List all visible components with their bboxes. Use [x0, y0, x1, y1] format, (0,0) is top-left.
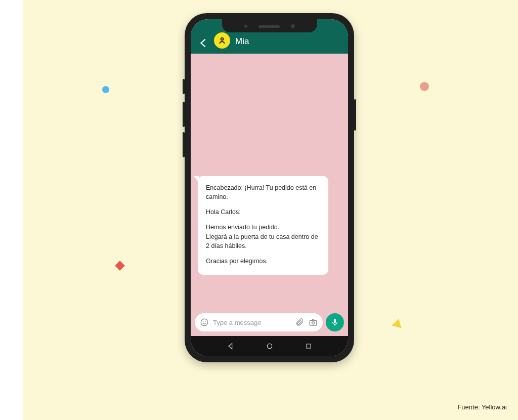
square-icon	[305, 343, 312, 350]
svg-point-8	[267, 344, 272, 348]
nav-back-button[interactable]	[226, 342, 235, 351]
message-body-line2: Llegará a la puerta de tu casa dentro de…	[206, 233, 318, 249]
smile-icon	[200, 318, 209, 327]
phone-notch	[222, 19, 317, 32]
person-icon	[218, 36, 227, 45]
svg-point-0	[221, 38, 224, 40]
front-camera-icon	[291, 24, 295, 28]
decor-triangle-yellow	[392, 318, 403, 328]
canvas: Mia Encabezado: ¡Hurra! Tu pedido está e…	[0, 0, 518, 420]
nav-home-button[interactable]	[265, 342, 274, 351]
back-button[interactable]	[198, 37, 209, 49]
android-navbar	[191, 336, 348, 356]
source-credit: Fuente: Yellow.ai	[457, 403, 507, 411]
svg-rect-6	[334, 319, 336, 323]
svg-point-5	[312, 322, 315, 324]
input-row: Type a message	[191, 312, 348, 336]
svg-point-1	[201, 319, 208, 326]
paperclip-icon	[295, 318, 305, 327]
phone-volume-up-button	[183, 102, 185, 127]
phone-frame: Mia Encabezado: ¡Hurra! Tu pedido está e…	[185, 13, 354, 362]
emoji-button[interactable]	[200, 318, 209, 327]
phone-power-button	[354, 99, 356, 131]
triangle-left-icon	[227, 342, 235, 350]
microphone-icon	[330, 318, 339, 327]
message-input[interactable]: Type a message	[195, 313, 323, 331]
camera-button[interactable]	[309, 318, 318, 327]
decor-dot-pink	[420, 82, 429, 91]
svg-rect-4	[310, 320, 317, 325]
message-header-line: Encabezado: ¡Hurra! Tu pedido está en ca…	[206, 183, 320, 201]
incoming-message-bubble: Encabezado: ¡Hurra! Tu pedido está en ca…	[198, 176, 328, 275]
circle-icon	[266, 342, 274, 350]
decor-dot-blue	[102, 86, 109, 93]
contact-name: Mia	[235, 36, 249, 49]
message-greeting: Hola Carlos:	[206, 207, 320, 217]
message-closing: Gracias por elegirnos.	[206, 257, 320, 266]
nav-recent-button[interactable]	[304, 342, 313, 351]
phone-screen: Mia Encabezado: ¡Hurra! Tu pedido está e…	[191, 19, 348, 356]
arrow-left-icon	[198, 37, 209, 49]
svg-point-2	[203, 321, 203, 322]
chat-body[interactable]: Encabezado: ¡Hurra! Tu pedido está en ca…	[191, 54, 348, 312]
left-white-band	[0, 0, 23, 420]
message-body-line1: Hemos enviado tu pedido.	[206, 224, 279, 231]
svg-point-3	[205, 321, 206, 322]
camera-icon	[309, 318, 318, 327]
attach-button[interactable]	[295, 318, 305, 327]
sensor-icon	[244, 25, 247, 28]
phone-volume-down-button	[183, 132, 185, 157]
message-input-placeholder: Type a message	[213, 319, 291, 326]
mic-button[interactable]	[326, 313, 344, 331]
svg-rect-9	[306, 344, 310, 348]
speaker-grille	[258, 25, 280, 28]
phone-side-button	[183, 79, 185, 94]
avatar[interactable]	[214, 32, 230, 49]
decor-diamond-red	[115, 261, 125, 271]
message-body: Hemos enviado tu pedido. Llegará a la pu…	[206, 223, 320, 250]
